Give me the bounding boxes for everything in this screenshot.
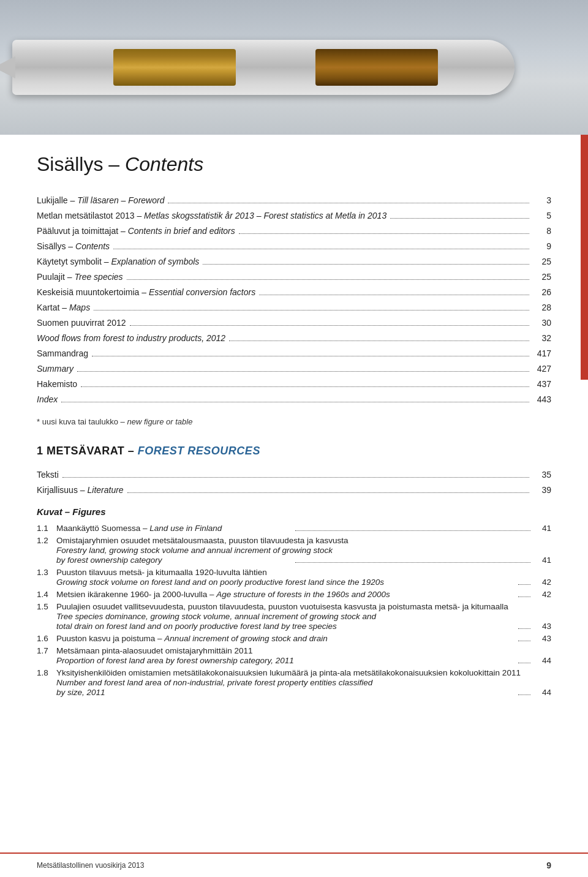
toc-dots	[77, 371, 529, 372]
figure-text-italic: Proportion of forest land area by forest…	[56, 656, 514, 665]
toc-dots	[390, 218, 529, 219]
toc-dots	[130, 325, 529, 326]
toc-list: Lukijalle – Till läsaren – Foreword 3 Me…	[37, 194, 551, 406]
figure-text: Maankäyttö Suomessa – Land use in Finlan…	[56, 524, 292, 533]
toc-label: Suomen puuvirrat 2012	[37, 317, 126, 329]
toc-label: Wood flows from forest to industry produ…	[37, 332, 225, 345]
figure-text: Puuston tilavuus metsä- ja kitumaalla 19…	[56, 568, 551, 577]
figure-page: 42	[534, 578, 551, 587]
pencil-grip-right	[315, 49, 438, 86]
section1-teksti: Teksti 35	[37, 469, 551, 481]
toc-item-summary: Summary 427	[37, 363, 551, 375]
figure-text-italic: Forestry land, growing stock volume and …	[56, 546, 551, 555]
toc-page: 443	[533, 393, 551, 406]
toc-label: Keskeisiä muuntokertoimia – Essential co…	[37, 286, 255, 299]
toc-item-puuvirrat: Suomen puuvirrat 2012 30	[37, 317, 551, 329]
figure-text-italic: by size, 2011	[56, 688, 514, 697]
figure-text: Metsien ikärakenne 1960- ja 2000-luvulla…	[56, 590, 514, 599]
toc-item-symbols: Käytetyt symbolit – Explanation of symbo…	[37, 255, 551, 268]
toc-label: Hakemisto	[37, 378, 77, 391]
toc-page: 417	[533, 347, 551, 360]
figure-1-3-line2: Growing stock volume on forest land and …	[37, 578, 551, 587]
toc-item-hakemisto: Hakemisto 437	[37, 378, 551, 391]
figure-num: 1.2	[37, 536, 56, 545]
figure-1-2-line1: 1.2 Omistajaryhmien osuudet metsätalousm…	[37, 536, 551, 545]
figures-header: Kuvat – Figures	[37, 506, 551, 518]
figure-num: 1.6	[37, 634, 56, 643]
red-accent-bar	[581, 135, 588, 380]
figure-1-2-line3: by forest ownership category 41	[37, 555, 551, 565]
figure-1-3-line1: 1.3 Puuston tilavuus metsä- ja kitumaall…	[37, 568, 551, 577]
toc-dots	[168, 203, 529, 203]
footer-title: Metsätilastollinen vuosikirja 2013	[37, 861, 144, 870]
toc-page: 8	[533, 225, 551, 238]
toc-item-sammandrag: Sammandrag 417	[37, 347, 551, 360]
figure-1-7-line2: Proportion of forest land area by forest…	[37, 656, 551, 666]
toc-dots	[259, 295, 529, 295]
toc-item-maps: Kartat – Maps 28	[37, 301, 551, 314]
toc-item-sisallys: Sisällys – Contents 9	[37, 240, 551, 253]
figure-num: 1.5	[37, 602, 56, 611]
figure-text: Omistajaryhmien osuudet metsätalousmaast…	[56, 536, 551, 545]
pencil-body	[12, 40, 514, 95]
toc-label: Metlan metsätilastot 2013 – Metlas skogs…	[37, 209, 386, 222]
figure-1-8-line3: by size, 2011 44	[37, 688, 551, 698]
section1-header: 1 METSÄVARAT – FOREST RESOURCES	[37, 445, 551, 457]
toc-dots	[127, 279, 529, 280]
header-image	[0, 0, 588, 135]
toc-item-wood-flows: Wood flows from forest to industry produ…	[37, 332, 551, 345]
figure-num: 1.3	[37, 568, 56, 577]
figure-text-italic: by forest ownership category	[56, 555, 292, 565]
figure-text-italic: total drain on forest land and on poorly…	[56, 622, 514, 631]
toc-item-conversion: Keskeisiä muuntokertoimia – Essential co…	[37, 286, 551, 299]
toc-page: 25	[533, 271, 551, 284]
figure-1-6: 1.6 Puuston kasvu ja poistuma – Annual i…	[37, 634, 551, 644]
toc-label: Kartat – Maps	[37, 301, 90, 314]
figure-text-italic: Tree species dominance, growing stock vo…	[56, 612, 551, 621]
toc-label: Index	[37, 393, 58, 406]
figure-text: Yksityishenkilöiden omistamien metsätila…	[56, 668, 551, 677]
figure-1-8-line2: Number and forest land area of non-indus…	[37, 678, 551, 687]
toc-dots	[94, 310, 529, 311]
toc-page: 25	[533, 255, 551, 268]
toc-dots	[127, 492, 529, 493]
toc-label: Käytetyt symbolit – Explanation of symbo…	[37, 255, 199, 268]
toc-dots	[203, 264, 529, 265]
figure-page: 41	[534, 555, 551, 565]
toc-page: 5	[533, 209, 551, 222]
figure-1-5-line2: Tree species dominance, growing stock vo…	[37, 612, 551, 621]
toc-label: Sisällys – Contents	[37, 240, 110, 253]
toc-page: 3	[533, 194, 551, 207]
figure-text: Puuston kasvu ja poistuma – Annual incre…	[56, 634, 514, 643]
figure-1-2-line2: Forestry land, growing stock volume and …	[37, 546, 551, 555]
toc-dots	[239, 233, 529, 234]
figure-text-italic: Growing stock volume on forest land and …	[56, 578, 514, 587]
main-content: Sisällys – Contents Lukijalle – Till läs…	[0, 135, 588, 725]
figure-1-4: 1.4 Metsien ikärakenne 1960- ja 2000-luv…	[37, 590, 551, 600]
footer-page: 9	[546, 860, 551, 870]
toc-dots	[229, 341, 529, 341]
toc-page: 39	[533, 484, 551, 497]
toc-label: Sammandrag	[37, 347, 88, 360]
figure-num: 1.7	[37, 646, 56, 655]
toc-label: Lukijalle – Till läsaren – Foreword	[37, 194, 164, 207]
figure-1-7-line1: 1.7 Metsämaan pinta-alaosuudet omistajar…	[37, 646, 551, 655]
toc-item-index: Index 443	[37, 393, 551, 406]
toc-label: Teksti	[37, 469, 59, 481]
toc-page: 32	[533, 332, 551, 345]
page-title: Sisällys – Contents	[37, 153, 551, 176]
toc-page: 30	[533, 317, 551, 329]
pencil-grip-left	[113, 49, 236, 86]
toc-dots	[61, 402, 529, 402]
figure-page: 42	[534, 590, 551, 599]
toc-dots	[62, 477, 529, 478]
figure-page: 43	[534, 622, 551, 631]
toc-item-foreword: Lukijalle – Till läsaren – Foreword 3	[37, 194, 551, 207]
figures-header-text: Kuvat – Figures	[37, 506, 106, 517]
figure-page: 44	[534, 688, 551, 697]
pencil-tip	[0, 56, 15, 78]
section1-literature: Kirjallisuus – Literature 39	[37, 484, 551, 497]
figure-1-8-line1: 1.8 Yksityishenkilöiden omistamien metsä…	[37, 668, 551, 677]
figure-1-1: 1.1 Maankäyttö Suomessa – Land use in Fi…	[37, 524, 551, 533]
toc-page: 437	[533, 378, 551, 391]
